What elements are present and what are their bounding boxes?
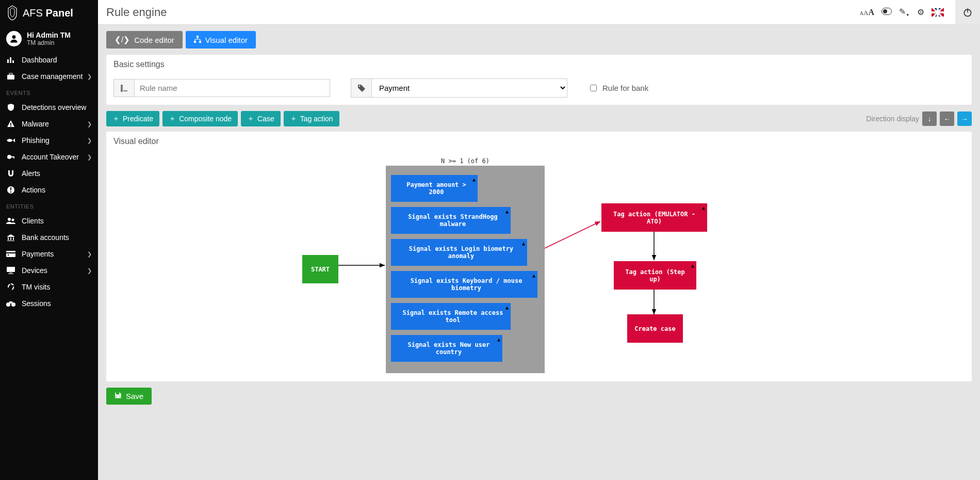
sidebar-item-label: Sessions — [22, 299, 51, 308]
arrow-left-icon: ← — [943, 115, 950, 123]
plus-icon: ＋ — [169, 114, 176, 123]
composite-title: N >= 1 (of 6) — [386, 157, 545, 165]
sidebar-item-devices[interactable]: Devices❯ — [0, 262, 98, 279]
branch-icon — [194, 36, 201, 44]
svg-rect-5 — [9, 73, 12, 75]
monitor-icon — [6, 267, 15, 274]
sidebar-item-detections-overview[interactable]: Detections overview — [0, 99, 98, 116]
key-icon — [6, 153, 15, 161]
sidebar-item-account-takeover[interactable]: Account Takeover❯ — [0, 149, 98, 165]
node-predicate-3[interactable]: Signal exists Keyboard / mouse biometry — [391, 271, 537, 298]
node-start[interactable]: START — [302, 255, 338, 283]
svg-rect-17 — [6, 252, 15, 253]
plus-icon: ＋ — [290, 114, 297, 123]
warning-icon — [702, 205, 705, 211]
sidebar-item-sessions[interactable]: Sessions — [0, 295, 98, 312]
svg-point-32 — [358, 85, 360, 87]
rule-canvas[interactable]: START N >= 1 (of 6) Payment amount > 200… — [106, 154, 972, 376]
nav-header-entities: ENTITIES — [0, 198, 98, 213]
add-predicate-label: Predicate — [123, 115, 153, 123]
user-row[interactable]: Hi Admin TM TM admin — [0, 26, 98, 52]
user-greeting: Hi Admin TM — [27, 31, 71, 39]
card-icon — [6, 251, 15, 257]
chevron-right-icon: ❯ — [87, 154, 92, 161]
node-predicate-4[interactable]: Signal exists Remote access tool — [391, 303, 511, 330]
sidebar-item-payments[interactable]: Payments❯ — [0, 246, 98, 262]
sidebar-item-malware[interactable]: Malware❯ — [0, 116, 98, 132]
svg-rect-31 — [199, 41, 201, 43]
node-predicate-5[interactable]: Signal exists New user country — [391, 335, 502, 362]
flag-uk-icon[interactable] — [932, 8, 944, 17]
brush-icon[interactable]: ✎✦ — [899, 7, 910, 18]
node-action-0[interactable]: Tag action (EMULATOR - ATO) — [601, 203, 707, 232]
svg-rect-16 — [6, 251, 15, 257]
sidebar-item-tm-visits[interactable]: TM visits — [0, 279, 98, 295]
rule-for-bank-row[interactable]: Rule for bank — [588, 83, 648, 93]
sidebar-item-bank-accounts[interactable]: Bank accounts — [0, 229, 98, 246]
shield-icon — [6, 103, 15, 111]
magnet-icon — [6, 169, 15, 178]
sidebar-item-clients[interactable]: Clients — [0, 213, 98, 229]
sidebar-item-dashboard[interactable]: Dashboard — [0, 52, 98, 68]
direction-down-button[interactable]: ↓ — [922, 111, 937, 126]
nav-header-events: EVENTS — [0, 85, 98, 99]
svg-rect-19 — [7, 267, 15, 272]
tab-code-editor[interactable]: ❮/❯ Code editor — [106, 31, 183, 49]
warning-icon — [497, 337, 500, 342]
sidebar-item-label: Dashboard — [22, 56, 57, 64]
tab-visual-editor[interactable]: Visual editor — [186, 31, 256, 49]
tab-visual-label: Visual editor — [205, 36, 248, 44]
add-case-button[interactable]: ＋Case — [241, 111, 281, 126]
rule-type-select[interactable]: Payment — [371, 78, 567, 98]
chevron-right-icon: ❯ — [87, 251, 92, 258]
svg-rect-7 — [10, 125, 11, 126]
sidebar-item-label: Actions — [22, 186, 45, 194]
svg-rect-4 — [7, 75, 14, 79]
sidebar-item-alerts[interactable]: Alerts — [0, 165, 98, 182]
rule-for-bank-checkbox[interactable] — [590, 85, 597, 91]
direction-left-button[interactable]: ← — [940, 111, 954, 126]
node-predicate-1-label: Signal exists StrandHogg malware — [400, 213, 505, 228]
tab-code-label: Code editor — [134, 36, 174, 44]
contrast-icon[interactable] — [881, 8, 892, 17]
node-action-1-label: Tag action (Step up) — [619, 268, 691, 283]
add-tag-action-button[interactable]: ＋Tag action — [284, 111, 339, 126]
save-button[interactable]: Save — [106, 388, 152, 405]
direction-right-button[interactable]: → — [957, 111, 972, 126]
svg-rect-21 — [8, 274, 13, 274]
node-predicate-2[interactable]: Signal exists Login biometry anomaly — [391, 239, 527, 266]
sidebar-item-label: Alerts — [22, 169, 40, 178]
visual-editor-panel: Visual editor STA — [106, 132, 972, 381]
add-predicate-button[interactable]: ＋Predicate — [106, 111, 159, 126]
node-action-2-label: Create case — [634, 325, 675, 332]
gear-icon[interactable]: ⚙ — [917, 7, 924, 17]
node-predicate-2-label: Signal exists Login biometry anomaly — [400, 245, 522, 260]
warning-icon — [505, 305, 509, 310]
svg-point-15 — [12, 219, 14, 221]
rule-name-input[interactable] — [134, 79, 330, 97]
add-composite-button[interactable]: ＋Composite node — [162, 111, 238, 126]
node-predicate-0[interactable]: Payment amount > 2000 — [391, 175, 478, 202]
sidebar-item-case-management[interactable]: Case management❯ — [0, 68, 98, 85]
node-predicate-1[interactable]: Signal exists StrandHogg malware — [391, 207, 511, 234]
node-action-0-label: Tag action (EMULATOR - ATO) — [607, 211, 702, 225]
node-action-2[interactable]: Create case — [627, 314, 683, 343]
svg-point-26 — [883, 9, 887, 13]
chevron-right-icon: ❯ — [87, 73, 92, 80]
svg-rect-2 — [10, 57, 11, 63]
sidebar-item-phishing[interactable]: Phishing❯ — [0, 132, 98, 149]
chart-bar-icon — [6, 56, 15, 64]
font-size-icon[interactable]: AAA — [860, 8, 874, 17]
warning-icon — [522, 241, 525, 246]
svg-point-14 — [8, 218, 11, 221]
warning-icon — [505, 209, 509, 214]
svg-rect-12 — [10, 187, 11, 190]
add-composite-label: Composite node — [179, 115, 232, 123]
direction-display-label: Direction display — [866, 115, 919, 123]
sidebar-item-actions[interactable]: Actions — [0, 182, 98, 198]
power-button[interactable] — [955, 0, 980, 25]
composite-node[interactable]: N >= 1 (of 6) Payment amount > 2000Signa… — [386, 166, 545, 373]
node-action-1[interactable]: Tag action (Step up) — [614, 261, 696, 290]
node-predicate-4-label: Signal exists Remote access tool — [400, 309, 505, 324]
svg-rect-10 — [13, 156, 14, 158]
